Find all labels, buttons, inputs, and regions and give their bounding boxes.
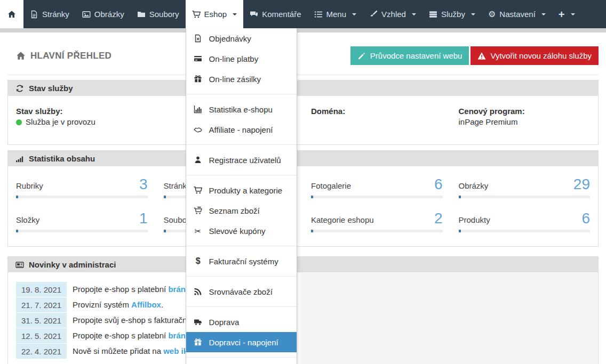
menu-item-label: Fakturační systémy — [209, 257, 278, 266]
caret-down-icon — [233, 13, 237, 15]
pricing-plan-field: Cenový program: inPage Premium — [459, 107, 591, 126]
nav-label: Obrázky — [94, 10, 124, 19]
main-content: HLAVNÍ PŘEHLED Průvodce nastavení webu V… — [0, 33, 606, 364]
menu-item-on-line-platby[interactable]: On-line platby — [186, 48, 297, 69]
menu-group-divider — [186, 357, 297, 362]
bar-chart-icon — [194, 105, 203, 114]
menu-item-registrace-uzivatelu[interactable]: Registrace uživatelů — [186, 150, 297, 170]
stat-progress-bar — [311, 196, 443, 198]
menu-item-label: Dopravci - napojení — [209, 338, 278, 347]
status-online-dot — [16, 119, 22, 125]
panel-title: Stav služby — [29, 84, 73, 93]
comments-icon — [250, 10, 258, 19]
service-status-field: Stav služby: Služba je v provozu — [16, 107, 148, 126]
nav-label: Komentáře — [262, 10, 301, 19]
panel-body: Stav služby: Služba je v provozu Doména:… — [8, 96, 598, 144]
nav-label: Stránky — [42, 10, 69, 19]
nav-item-add[interactable]: + — [552, 0, 581, 28]
menu-item-slevove-kupony[interactable]: ✂ Slevové kupóny — [186, 221, 297, 241]
menu-item-label: Seznam zboží — [209, 206, 260, 215]
image-icon — [82, 10, 91, 19]
stat-value: 6 — [581, 211, 590, 226]
nav-label: Soubory — [149, 10, 179, 19]
admin-news-panel: Novinky v administraci 19. 8. 2021 Propo… — [7, 256, 599, 364]
stat-value: 6 — [434, 177, 443, 192]
nav-item-soubory[interactable]: Soubory — [131, 0, 186, 28]
nav-item-stranky[interactable]: Stránky — [23, 0, 76, 28]
gift-icon — [194, 75, 203, 83]
menu-group: Produkty a kategorie Seznam zboží ✂ Slev… — [186, 175, 297, 241]
nav-label: Služby — [441, 10, 465, 19]
content-stats-panel: Statistika obsahu Rubriky3 Stránky Fotog… — [7, 150, 599, 247]
gift-icon — [194, 338, 203, 346]
create-backup-button[interactable]: Vytvořit novou zálohu služby — [471, 46, 599, 65]
panel-body: Rubriky3 Stránky Fotogalerie6 Obrázky29 … — [8, 166, 598, 246]
menu-item-doprava[interactable]: Doprava — [186, 312, 297, 332]
plus-icon: + — [559, 9, 565, 20]
user-icon — [194, 156, 203, 164]
menu-group: Objednávky On-line platby On-line zásilk… — [186, 28, 297, 89]
nav-item-home[interactable] — [0, 0, 23, 28]
menu-item-statistika-e-shopu[interactable]: Statistika e-shopu — [186, 99, 297, 119]
caret-down-icon — [352, 13, 356, 15]
ascending-bars-icon — [15, 155, 24, 163]
panel-title: Novinky v administraci — [29, 260, 116, 269]
menu-item-label: On-line zásilky — [209, 75, 261, 84]
nav-label: Eshop — [204, 10, 227, 19]
caret-down-icon — [571, 13, 575, 15]
nav-item-vzhled[interactable]: Vzhled — [363, 0, 422, 28]
menu-item-affiliate-napojeni[interactable]: Affiliate - napojení — [186, 119, 297, 140]
menu-item-fakturacni-systemy[interactable]: $ Fakturační systémy — [186, 251, 297, 271]
panel-header: Statistika obsahu — [8, 151, 598, 166]
nav-item-komentare[interactable]: Komentáře — [243, 0, 307, 28]
dollar-icon: $ — [194, 256, 203, 266]
menu-item-produkty-a-kategorie[interactable]: Produkty a kategorie — [186, 180, 297, 200]
stat-obrazky: Obrázky29 — [459, 177, 591, 198]
menu-item-label: Produkty a kategorie — [209, 186, 283, 195]
stat-kategorie-eshopu: Kategorie eshopu2 — [311, 211, 443, 232]
page-title: HLAVNÍ PŘEHLED — [16, 51, 111, 61]
scissors-icon: ✂ — [194, 227, 203, 235]
setup-guide-button[interactable]: Průvodce nastavení webu — [350, 46, 469, 65]
panel-body: 19. 8. 2021 Propojte e-shop s platební b… — [8, 272, 598, 364]
panel-title: Statistika obsahu — [29, 154, 95, 163]
navbar-shadow-strip — [0, 28, 606, 33]
nav-item-menu[interactable]: Menu — [308, 0, 363, 28]
truck-icon — [194, 318, 203, 326]
shopping-cart-icon — [192, 10, 201, 19]
news-date-badge: 31. 5. 2021 — [16, 313, 67, 328]
news-date-badge: 12. 5. 2021 — [16, 328, 67, 343]
stat-value: 1 — [139, 211, 148, 226]
menu-item-dopravci-napojeni[interactable]: Dopravci - napojení — [186, 332, 297, 352]
cart-list-icon — [194, 206, 203, 215]
credit-card-icon — [194, 54, 203, 63]
nav-item-eshop[interactable]: Eshop — [186, 0, 244, 28]
nav-item-sluzby[interactable]: Služby — [422, 0, 482, 28]
caret-down-icon — [541, 13, 546, 15]
nav-item-nastaveni[interactable]: ⚙ Nastavení — [482, 0, 552, 28]
menu-item-srovnavace-zbozi[interactable]: Srovnávače zboží — [186, 281, 297, 302]
menu-item-on-line-zasilky[interactable]: On-line zásilky — [186, 69, 297, 89]
stat-progress-bar — [16, 196, 148, 198]
stat-value: 2 — [434, 211, 443, 226]
news-text: Nově si můžete přidat na web ikony. — [73, 344, 204, 359]
stat-progress-bar — [459, 196, 591, 198]
menu-item-objednavky[interactable]: Objednávky — [186, 28, 297, 48]
field-label: Cenový program: — [459, 107, 591, 116]
panel-header: Stav služby — [8, 80, 598, 96]
news-link[interactable]: Affilbox — [131, 300, 161, 309]
field-value: Služba je v provozu — [16, 117, 148, 126]
list-icon — [314, 10, 323, 19]
home-icon — [16, 51, 26, 61]
gear-icon: ⚙ — [488, 10, 496, 19]
menu-item-seznam-zbozi[interactable]: Seznam zboží — [186, 200, 297, 221]
warning-icon — [477, 52, 486, 60]
page-title-text: HLAVNÍ PŘEHLED — [30, 51, 111, 61]
panel-side-area — [300, 272, 598, 364]
pages-file-icon — [30, 10, 38, 19]
news-date-badge: 22. 4. 2021 — [16, 344, 67, 359]
rows-icon — [429, 10, 437, 19]
menu-item-label: Registrace uživatelů — [209, 156, 281, 165]
stat-progress-bar — [16, 230, 148, 232]
nav-item-obrazky[interactable]: Obrázky — [76, 0, 131, 28]
